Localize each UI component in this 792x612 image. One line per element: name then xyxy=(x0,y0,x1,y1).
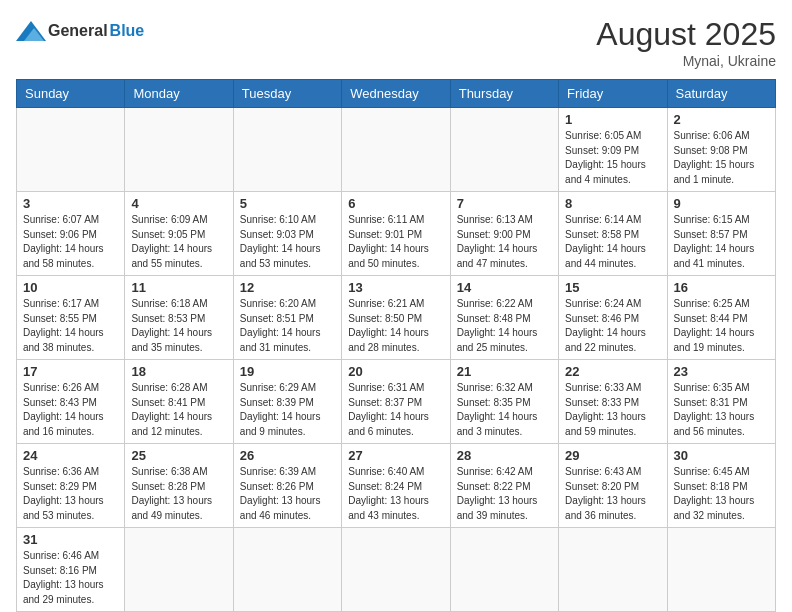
weekday-header-tuesday: Tuesday xyxy=(233,80,341,108)
day-number: 28 xyxy=(457,448,552,463)
calendar-cell xyxy=(233,528,341,612)
day-info: Sunrise: 6:24 AM Sunset: 8:46 PM Dayligh… xyxy=(565,297,660,355)
location-subtitle: Mynai, Ukraine xyxy=(596,53,776,69)
weekday-header-monday: Monday xyxy=(125,80,233,108)
weekday-header-wednesday: Wednesday xyxy=(342,80,450,108)
day-info: Sunrise: 6:38 AM Sunset: 8:28 PM Dayligh… xyxy=(131,465,226,523)
calendar-cell: 5Sunrise: 6:10 AM Sunset: 9:03 PM Daylig… xyxy=(233,192,341,276)
day-number: 9 xyxy=(674,196,769,211)
logo-triangle-icon xyxy=(16,16,46,46)
day-info: Sunrise: 6:26 AM Sunset: 8:43 PM Dayligh… xyxy=(23,381,118,439)
day-number: 12 xyxy=(240,280,335,295)
logo-brand: General Blue xyxy=(16,16,144,46)
day-number: 25 xyxy=(131,448,226,463)
calendar-cell xyxy=(450,108,558,192)
calendar-cell xyxy=(125,108,233,192)
day-number: 2 xyxy=(674,112,769,127)
day-number: 30 xyxy=(674,448,769,463)
day-info: Sunrise: 6:14 AM Sunset: 8:58 PM Dayligh… xyxy=(565,213,660,271)
day-number: 1 xyxy=(565,112,660,127)
calendar-cell: 1Sunrise: 6:05 AM Sunset: 9:09 PM Daylig… xyxy=(559,108,667,192)
day-number: 31 xyxy=(23,532,118,547)
day-info: Sunrise: 6:20 AM Sunset: 8:51 PM Dayligh… xyxy=(240,297,335,355)
calendar-cell: 19Sunrise: 6:29 AM Sunset: 8:39 PM Dayli… xyxy=(233,360,341,444)
calendar-cell xyxy=(559,528,667,612)
page-header: General Blue August 2025 Mynai, Ukraine xyxy=(16,16,776,69)
calendar-cell xyxy=(667,528,775,612)
calendar-cell: 25Sunrise: 6:38 AM Sunset: 8:28 PM Dayli… xyxy=(125,444,233,528)
calendar-cell: 29Sunrise: 6:43 AM Sunset: 8:20 PM Dayli… xyxy=(559,444,667,528)
calendar-cell: 2Sunrise: 6:06 AM Sunset: 9:08 PM Daylig… xyxy=(667,108,775,192)
day-number: 27 xyxy=(348,448,443,463)
calendar-week-row: 10Sunrise: 6:17 AM Sunset: 8:55 PM Dayli… xyxy=(17,276,776,360)
calendar-cell: 4Sunrise: 6:09 AM Sunset: 9:05 PM Daylig… xyxy=(125,192,233,276)
day-number: 15 xyxy=(565,280,660,295)
day-number: 20 xyxy=(348,364,443,379)
calendar-cell: 10Sunrise: 6:17 AM Sunset: 8:55 PM Dayli… xyxy=(17,276,125,360)
day-info: Sunrise: 6:28 AM Sunset: 8:41 PM Dayligh… xyxy=(131,381,226,439)
weekday-header-thursday: Thursday xyxy=(450,80,558,108)
day-info: Sunrise: 6:39 AM Sunset: 8:26 PM Dayligh… xyxy=(240,465,335,523)
calendar-cell: 13Sunrise: 6:21 AM Sunset: 8:50 PM Dayli… xyxy=(342,276,450,360)
day-number: 22 xyxy=(565,364,660,379)
calendar-cell xyxy=(342,528,450,612)
day-info: Sunrise: 6:21 AM Sunset: 8:50 PM Dayligh… xyxy=(348,297,443,355)
calendar-week-row: 24Sunrise: 6:36 AM Sunset: 8:29 PM Dayli… xyxy=(17,444,776,528)
calendar-week-row: 3Sunrise: 6:07 AM Sunset: 9:06 PM Daylig… xyxy=(17,192,776,276)
day-info: Sunrise: 6:31 AM Sunset: 8:37 PM Dayligh… xyxy=(348,381,443,439)
day-number: 21 xyxy=(457,364,552,379)
day-info: Sunrise: 6:33 AM Sunset: 8:33 PM Dayligh… xyxy=(565,381,660,439)
calendar-cell xyxy=(17,108,125,192)
day-number: 26 xyxy=(240,448,335,463)
day-number: 29 xyxy=(565,448,660,463)
day-number: 6 xyxy=(348,196,443,211)
day-info: Sunrise: 6:45 AM Sunset: 8:18 PM Dayligh… xyxy=(674,465,769,523)
day-number: 24 xyxy=(23,448,118,463)
day-info: Sunrise: 6:11 AM Sunset: 9:01 PM Dayligh… xyxy=(348,213,443,271)
title-block: August 2025 Mynai, Ukraine xyxy=(596,16,776,69)
day-info: Sunrise: 6:15 AM Sunset: 8:57 PM Dayligh… xyxy=(674,213,769,271)
day-info: Sunrise: 6:25 AM Sunset: 8:44 PM Dayligh… xyxy=(674,297,769,355)
calendar-week-row: 31Sunrise: 6:46 AM Sunset: 8:16 PM Dayli… xyxy=(17,528,776,612)
weekday-header-sunday: Sunday xyxy=(17,80,125,108)
day-number: 16 xyxy=(674,280,769,295)
weekday-header-friday: Friday xyxy=(559,80,667,108)
calendar-cell: 24Sunrise: 6:36 AM Sunset: 8:29 PM Dayli… xyxy=(17,444,125,528)
day-info: Sunrise: 6:13 AM Sunset: 9:00 PM Dayligh… xyxy=(457,213,552,271)
calendar-header-row: SundayMondayTuesdayWednesdayThursdayFrid… xyxy=(17,80,776,108)
calendar-cell: 16Sunrise: 6:25 AM Sunset: 8:44 PM Dayli… xyxy=(667,276,775,360)
logo-general-text: General xyxy=(48,22,108,40)
logo-blue-text: Blue xyxy=(110,22,145,40)
day-number: 11 xyxy=(131,280,226,295)
day-number: 23 xyxy=(674,364,769,379)
calendar-cell: 22Sunrise: 6:33 AM Sunset: 8:33 PM Dayli… xyxy=(559,360,667,444)
calendar-cell: 7Sunrise: 6:13 AM Sunset: 9:00 PM Daylig… xyxy=(450,192,558,276)
day-info: Sunrise: 6:29 AM Sunset: 8:39 PM Dayligh… xyxy=(240,381,335,439)
day-number: 10 xyxy=(23,280,118,295)
day-info: Sunrise: 6:07 AM Sunset: 9:06 PM Dayligh… xyxy=(23,213,118,271)
day-info: Sunrise: 6:35 AM Sunset: 8:31 PM Dayligh… xyxy=(674,381,769,439)
calendar-cell xyxy=(233,108,341,192)
day-number: 8 xyxy=(565,196,660,211)
calendar-cell: 31Sunrise: 6:46 AM Sunset: 8:16 PM Dayli… xyxy=(17,528,125,612)
calendar-cell xyxy=(342,108,450,192)
calendar-cell: 12Sunrise: 6:20 AM Sunset: 8:51 PM Dayli… xyxy=(233,276,341,360)
day-number: 19 xyxy=(240,364,335,379)
day-info: Sunrise: 6:17 AM Sunset: 8:55 PM Dayligh… xyxy=(23,297,118,355)
day-info: Sunrise: 6:10 AM Sunset: 9:03 PM Dayligh… xyxy=(240,213,335,271)
calendar-cell: 11Sunrise: 6:18 AM Sunset: 8:53 PM Dayli… xyxy=(125,276,233,360)
calendar-cell: 18Sunrise: 6:28 AM Sunset: 8:41 PM Dayli… xyxy=(125,360,233,444)
day-number: 7 xyxy=(457,196,552,211)
calendar-table: SundayMondayTuesdayWednesdayThursdayFrid… xyxy=(16,79,776,612)
day-info: Sunrise: 6:43 AM Sunset: 8:20 PM Dayligh… xyxy=(565,465,660,523)
calendar-cell: 9Sunrise: 6:15 AM Sunset: 8:57 PM Daylig… xyxy=(667,192,775,276)
day-number: 17 xyxy=(23,364,118,379)
day-info: Sunrise: 6:22 AM Sunset: 8:48 PM Dayligh… xyxy=(457,297,552,355)
calendar-cell: 8Sunrise: 6:14 AM Sunset: 8:58 PM Daylig… xyxy=(559,192,667,276)
calendar-cell: 27Sunrise: 6:40 AM Sunset: 8:24 PM Dayli… xyxy=(342,444,450,528)
day-info: Sunrise: 6:46 AM Sunset: 8:16 PM Dayligh… xyxy=(23,549,118,607)
calendar-cell: 28Sunrise: 6:42 AM Sunset: 8:22 PM Dayli… xyxy=(450,444,558,528)
calendar-week-row: 17Sunrise: 6:26 AM Sunset: 8:43 PM Dayli… xyxy=(17,360,776,444)
day-number: 18 xyxy=(131,364,226,379)
calendar-cell: 21Sunrise: 6:32 AM Sunset: 8:35 PM Dayli… xyxy=(450,360,558,444)
